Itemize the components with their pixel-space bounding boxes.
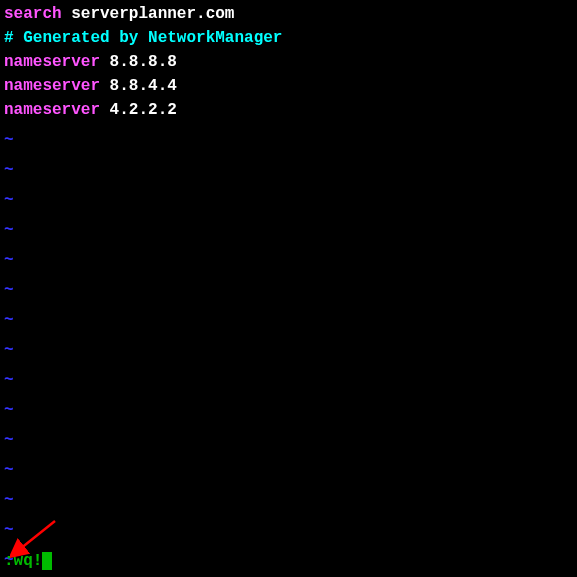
file-line-search: search serverplanner.com <box>4 2 573 26</box>
empty-line-marker: ~ <box>4 308 573 332</box>
empty-lines-region: ~~~~~~~~~~~~~~~~ <box>4 128 573 577</box>
empty-line-marker: ~ <box>4 518 573 542</box>
empty-line-marker: ~ <box>4 248 573 272</box>
empty-line-marker: ~ <box>4 548 573 572</box>
empty-line-marker: ~ <box>4 158 573 182</box>
command-text: :wq! <box>4 552 42 570</box>
empty-line-marker: ~ <box>4 368 573 392</box>
cursor-icon <box>42 552 52 570</box>
empty-line-marker: ~ <box>4 488 573 512</box>
empty-line-marker: ~ <box>4 458 573 482</box>
empty-line-marker: ~ <box>4 218 573 242</box>
empty-line-marker: ~ <box>4 398 573 422</box>
empty-line-marker: ~ <box>4 128 573 152</box>
file-line-nameserver: nameserver 4.2.2.2 <box>4 98 573 122</box>
empty-line-marker: ~ <box>4 278 573 302</box>
command-line[interactable]: :wq! <box>4 549 52 573</box>
empty-line-marker: ~ <box>4 428 573 452</box>
empty-line-marker: ~ <box>4 188 573 212</box>
file-line-comment: # Generated by NetworkManager <box>4 26 573 50</box>
file-line-nameserver: nameserver 8.8.4.4 <box>4 74 573 98</box>
file-line-nameserver: nameserver 8.8.8.8 <box>4 50 573 74</box>
empty-line-marker: ~ <box>4 338 573 362</box>
